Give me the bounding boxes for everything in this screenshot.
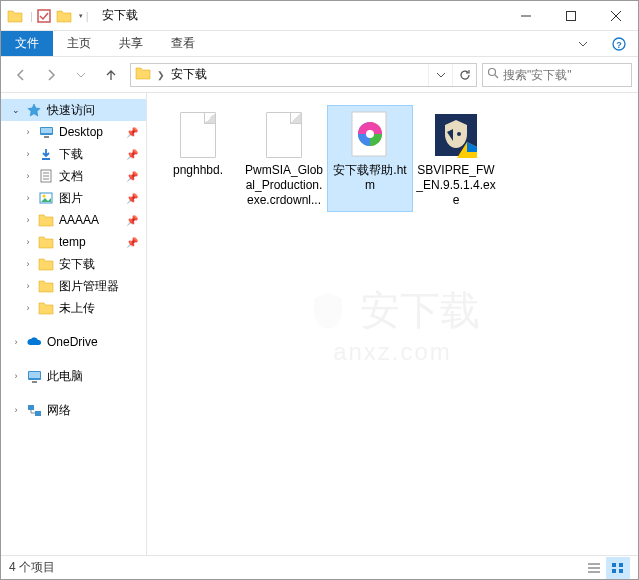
sidebar-item[interactable]: › temp 📌 [1,231,146,253]
chevron-right-icon[interactable]: › [23,215,33,225]
network-icon [25,402,43,418]
folder-icon [135,66,151,84]
search-icon [487,67,499,82]
chevron-right-icon[interactable]: › [11,371,21,381]
file-list[interactable]: 安下载 anxz.com pnghhbd. PwmSIA_Global_Prod… [147,93,638,555]
folder-icon[interactable] [5,6,25,26]
status-bar: 4 个项目 [1,555,638,579]
sidebar-item-label: OneDrive [47,335,98,349]
sidebar-item-onedrive[interactable]: › OneDrive [1,331,146,353]
sidebar-item[interactable]: › AAAAA 📌 [1,209,146,231]
pin-icon: 📌 [126,149,138,160]
chevron-down-icon[interactable]: ⌄ [11,105,21,115]
chevron-right-icon[interactable]: › [23,149,33,159]
pin-icon: 📌 [126,193,138,204]
chevron-right-icon[interactable]: ❯ [155,70,167,80]
minimize-button[interactable] [503,1,548,30]
sidebar-item-label: 快速访问 [47,102,95,119]
chevron-right-icon[interactable]: › [23,171,33,181]
chevron-right-icon[interactable]: › [11,405,21,415]
tab-file[interactable]: 文件 [1,31,53,56]
sidebar-item-label: 文档 [59,168,83,185]
svg-point-7 [489,69,496,76]
pin-icon: 📌 [126,215,138,226]
refresh-icon[interactable] [452,64,476,86]
chevron-right-icon[interactable]: › [23,281,33,291]
sidebar-item-label: AAAAA [59,213,99,227]
chevron-right-icon[interactable]: › [23,237,33,247]
icons-view-button[interactable] [606,557,630,579]
properties-icon[interactable] [36,8,52,24]
svg-point-25 [366,130,374,138]
pin-icon: 📌 [126,127,138,138]
sidebar-item-quick-access[interactable]: ⌄ 快速访问 [1,99,146,121]
tab-view[interactable]: 查看 [157,31,209,56]
ribbon-tabs: 文件 主页 共享 查看 ? [1,31,638,57]
folder-icon [37,278,55,294]
qat-dropdown-icon[interactable]: ▾ [79,12,83,20]
svg-rect-22 [35,411,41,416]
sidebar-item-label: 图片 [59,190,83,207]
view-switcher [582,557,630,579]
ribbon-expand-icon[interactable] [566,31,600,56]
recent-dropdown-icon[interactable] [67,61,95,89]
help-icon[interactable]: ? [600,31,638,56]
file-name: SBVIPRE_FW_EN.9.5.1.4.exe [416,163,496,208]
search-box[interactable] [482,63,632,87]
address-bar[interactable]: ❯ 安下载 [130,63,477,87]
sidebar-item[interactable]: › 安下载 [1,253,146,275]
breadcrumb[interactable]: 安下载 [167,66,211,83]
sidebar-item[interactable]: › 图片 📌 [1,187,146,209]
details-view-button[interactable] [582,557,606,579]
sidebar-item-label: 未上传 [59,300,95,317]
folder-icon-2[interactable] [54,6,74,26]
sidebar-item-this-pc[interactable]: › 此电脑 [1,365,146,387]
chevron-right-icon[interactable]: › [23,303,33,313]
pin-icon: 📌 [126,237,138,248]
sidebar-item[interactable]: › Desktop 📌 [1,121,146,143]
file-name: 安下载帮助.htm [330,163,410,193]
sidebar-item[interactable]: › 文档 📌 [1,165,146,187]
sidebar-item-label: Desktop [59,125,103,139]
sidebar-item[interactable]: › 未上传 [1,297,146,319]
file-item[interactable]: pnghhbd. [155,105,241,212]
svg-rect-34 [619,569,623,573]
svg-point-27 [457,132,461,136]
up-button[interactable] [97,61,125,89]
sidebar-item[interactable]: › 图片管理器 [1,275,146,297]
svg-rect-21 [28,405,34,410]
tab-share[interactable]: 共享 [105,31,157,56]
address-dropdown-icon[interactable] [428,64,452,86]
sidebar-item[interactable]: › 下载 📌 [1,143,146,165]
window-controls [503,1,638,30]
sidebar-item-network[interactable]: › 网络 [1,399,146,421]
folder-icon [37,212,55,228]
file-item[interactable]: PwmSIA_Global_Production.exe.crdownl... [241,105,327,212]
svg-rect-20 [32,381,37,383]
computer-icon [25,368,43,384]
chevron-right-icon[interactable]: › [11,337,21,347]
maximize-button[interactable] [548,1,593,30]
file-name: PwmSIA_Global_Production.exe.crdownl... [244,163,324,208]
sidebar-item-label: 此电脑 [47,368,83,385]
svg-text:?: ? [616,39,622,49]
back-button[interactable] [7,61,35,89]
forward-button[interactable] [37,61,65,89]
chevron-right-icon[interactable]: › [23,193,33,203]
svg-rect-33 [612,569,616,573]
watermark: 安下载 anxz.com [306,283,480,366]
svg-rect-0 [38,10,50,22]
pin-icon: 📌 [126,171,138,182]
file-item[interactable]: SBVIPRE_FW_EN.9.5.1.4.exe [413,105,499,212]
chevron-right-icon[interactable]: › [23,259,33,269]
close-button[interactable] [593,1,638,30]
file-item[interactable]: 安下载帮助.htm [327,105,413,212]
search-input[interactable] [503,68,627,82]
quick-access-toolbar: | ▾ | [1,6,94,26]
tab-home[interactable]: 主页 [53,31,105,56]
file-name: pnghhbd. [173,163,223,178]
main-area: ⌄ 快速访问 › Desktop 📌› 下载 📌› 文档 📌› 图片 📌› AA… [1,93,638,555]
item-count: 4 个项目 [9,559,55,576]
svg-rect-31 [612,563,616,567]
chevron-right-icon[interactable]: › [23,127,33,137]
